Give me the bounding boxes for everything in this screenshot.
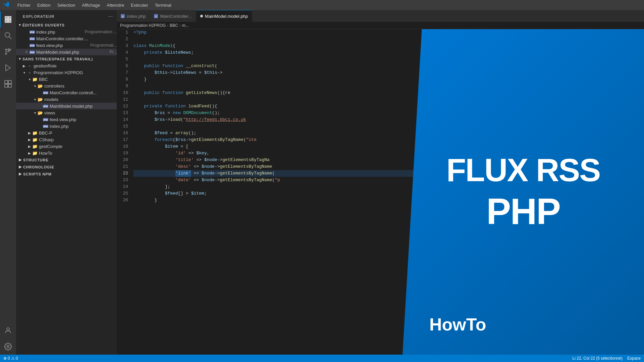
- tree-item-mainmodel-file[interactable]: php MainModel.model.php: [16, 103, 117, 109]
- section-open-editors[interactable]: ▾ ÉDITEURS OUVERTS: [16, 21, 117, 29]
- file-desc: Programmati...: [90, 43, 117, 48]
- breadcrumb: Programmation H2PROG › BBC › m...: [117, 22, 644, 29]
- folder-label: views: [44, 110, 117, 115]
- folder-mod-icon: 📂: [38, 83, 43, 89]
- spacer: [38, 123, 43, 129]
- tree-item-csharp[interactable]: ▶ 📁 CSharp: [16, 136, 117, 143]
- circle-icon: ○: [27, 63, 32, 68]
- tab-dot: p: [154, 14, 158, 18]
- chevron-down-icon: ▾: [19, 23, 21, 27]
- activity-run-debug[interactable]: [0, 60, 16, 76]
- menu-selection[interactable]: Sélection: [55, 2, 78, 8]
- tree-item-views[interactable]: ▾ 📂 views: [16, 109, 117, 116]
- svg-point-15: [7, 346, 9, 348]
- tree-item-controllers[interactable]: ▾ 📂 controllers: [16, 83, 117, 89]
- line-numbers: 1 2 3 4 5 6 7 8 9 10 11 12 13 14 15 16 1…: [117, 29, 131, 355]
- editor-item-mainmodel[interactable]: ✕ php MainModel.model.php Pr...: [16, 49, 117, 55]
- tab-dot: p: [121, 14, 125, 18]
- menu-atteindre[interactable]: Atteindre: [104, 2, 127, 8]
- folder-icon: 📁: [32, 144, 38, 149]
- chevron-down-icon: ▾: [19, 57, 21, 61]
- error-count: 0: [8, 356, 10, 361]
- breadcrumb-item: BBC: [170, 23, 178, 28]
- chevron-down-icon: ▾: [21, 70, 27, 75]
- tree-item-bbc-p[interactable]: ▶ 📁 BBC-P: [16, 130, 117, 136]
- menu-affichage[interactable]: Affichage: [79, 2, 103, 8]
- activity-source-control[interactable]: [0, 44, 16, 60]
- section-workspace[interactable]: ▾ SANS TITRE(ESPACE DE TRAVAIL): [16, 55, 117, 62]
- editor-item-index-php[interactable]: php index.php Programmation ...: [16, 29, 117, 35]
- tree-item-models[interactable]: ▾ 📂 models: [16, 96, 117, 103]
- activity-extensions[interactable]: [0, 76, 16, 92]
- php-file-icon: php: [43, 117, 48, 122]
- svg-marker-9: [6, 65, 10, 71]
- activity-explorer[interactable]: [0, 11, 16, 28]
- tab-index-php[interactable]: p index.php: [117, 10, 150, 22]
- section-scripts-npm[interactable]: ▶ SCRIPTS NPM: [16, 170, 117, 177]
- section-label: CHRONOLOGIE: [23, 165, 54, 169]
- panel-howto: HowTo: [429, 314, 486, 334]
- warning-icon: ⚠: [11, 356, 15, 361]
- breadcrumb-sep: ›: [167, 23, 168, 28]
- code-editor[interactable]: 1 2 3 4 5 6 7 8 9 10 11 12 13 14 15 16 1…: [117, 29, 644, 355]
- folder-label: HowTo: [39, 151, 117, 156]
- editor-item-maincontroller[interactable]: php MainController.controller....: [16, 35, 117, 42]
- line-num: 1: [117, 29, 128, 36]
- close-icon[interactable]: ✕: [24, 50, 29, 54]
- php-file-icon: php: [30, 29, 35, 35]
- spacer-icon: [24, 43, 30, 48]
- activity-account[interactable]: [0, 322, 16, 339]
- line-num: 19: [117, 150, 128, 157]
- panel-title-flux-rss: FLUX RSS: [446, 154, 600, 186]
- section-label: SCRIPTS NPM: [23, 172, 52, 176]
- activity-search[interactable]: [0, 28, 16, 44]
- sidebar-header: EXPLORATEUR ···: [16, 10, 117, 21]
- section-chronologie[interactable]: ▶ CHRONOLOGIE: [16, 163, 117, 170]
- sidebar-title: EXPLORATEUR: [23, 14, 54, 18]
- chevron-right-icon: ▶: [19, 165, 22, 169]
- spacer-icon: [24, 29, 30, 35]
- tab-maincontroller[interactable]: p MainController...: [150, 10, 196, 22]
- spacer: [38, 103, 43, 109]
- php-file-icon: php: [30, 36, 35, 41]
- tree-item-howto[interactable]: ▶ 📁 HowTo: [16, 150, 117, 156]
- encoding: Espace: [627, 356, 641, 361]
- breadcrumb-sep: ›: [179, 23, 181, 28]
- folder-icon: 📁: [32, 130, 38, 136]
- php-file-icon: php: [30, 43, 35, 48]
- tab-label: MainController...: [160, 14, 192, 19]
- tab-mainmodel[interactable]: MainModel.model.php: [196, 10, 252, 22]
- menu-terminal[interactable]: Terminal: [152, 2, 174, 8]
- vscode-logo: [3, 1, 9, 9]
- chevron-right-icon: ▶: [19, 158, 22, 162]
- section-structure[interactable]: ▶ STRUCTURE: [16, 156, 117, 163]
- tree-item-maincontroller-file[interactable]: php MainController.controll...: [16, 89, 117, 96]
- chevron-down-icon: ▾: [32, 97, 38, 102]
- line-num: 4: [117, 49, 128, 56]
- folder-label: Programmation H2PROG: [34, 70, 117, 75]
- breadcrumb-item: m...: [182, 23, 189, 28]
- tree-item-h2prog[interactable]: ▾ ○ Programmation H2PROG: [16, 69, 117, 76]
- sidebar-options[interactable]: ···: [108, 13, 113, 19]
- editor-item-feedview[interactable]: php feed.view.php Programmati...: [16, 42, 117, 49]
- menu-executer[interactable]: Exécuter: [128, 2, 151, 8]
- file-label: index.php: [36, 30, 84, 35]
- tree-item-gestcompte[interactable]: ▶ 📁 gestCompte: [16, 143, 117, 150]
- main-layout: EXPLORATEUR ··· ▾ ÉDITEURS OUVERTS php i…: [0, 10, 644, 355]
- tree-item-feedview-file[interactable]: php feed.view.php: [16, 116, 117, 123]
- tree-item-gestionrole[interactable]: ▶ ○ gestionRole: [16, 62, 117, 69]
- line-num: 18: [117, 143, 128, 150]
- status-errors[interactable]: ⊗ 0 ⚠ 0: [3, 356, 18, 361]
- activity-settings[interactable]: [0, 339, 16, 355]
- circle-icon: ○: [27, 70, 32, 75]
- tree-item-index-file[interactable]: php index.php: [16, 123, 117, 130]
- folder-mod-icon: 📂: [38, 110, 43, 115]
- right-panel: FLUX RSS PHP HowTo: [402, 29, 644, 355]
- error-icon: ⊗: [3, 356, 7, 361]
- svg-point-7: [5, 53, 7, 54]
- menu-edition[interactable]: Edition: [35, 2, 53, 8]
- file-label: index.php: [50, 124, 117, 129]
- menu-fichier[interactable]: Fichier: [15, 2, 33, 8]
- file-label: feed.view.php: [36, 43, 89, 48]
- tree-item-bbc[interactable]: ▾ 📁 BBC: [16, 76, 117, 83]
